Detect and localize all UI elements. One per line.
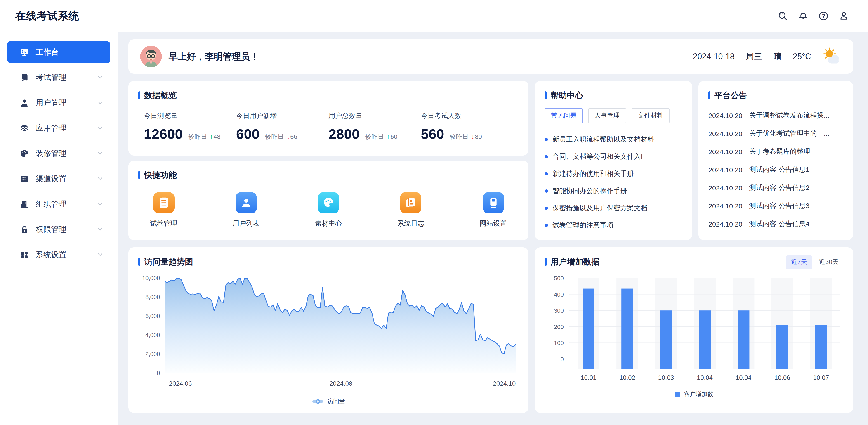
quick-item-3[interactable]: 系统日志 <box>397 192 425 228</box>
sidebar-item-8[interactable]: 系统设置 <box>7 244 110 266</box>
sidebar-item-4[interactable]: 装修管理 <box>7 143 110 164</box>
section-title: 帮助中心 <box>545 90 682 101</box>
avatar <box>140 45 162 67</box>
svg-text:400: 400 <box>554 291 564 298</box>
svg-text:500: 500 <box>554 275 564 282</box>
line-series-marker-icon <box>312 399 324 404</box>
notice-item-2[interactable]: 2024.10.20关于考卷题库的整理 <box>708 143 843 160</box>
help-tab-1[interactable]: 人事管理 <box>588 108 626 123</box>
sidebar-item-6[interactable]: 组织管理 <box>7 193 110 215</box>
chevron-down-icon <box>97 100 103 106</box>
notice-item-1[interactable]: 2024.10.20关于优化考试管理中的一... <box>708 124 843 143</box>
help-item-0[interactable]: 新员工入职流程帮助以及文档材料 <box>545 131 682 148</box>
quick-item-1[interactable]: 用户列表 <box>232 192 260 228</box>
range-toggle: 近7天近30天 <box>785 255 844 269</box>
user-growth-card: 用户增加数据 近7天近30天 010020030040050010.0110.0… <box>535 247 853 413</box>
section-title: 快捷功能 <box>138 170 519 180</box>
decor-icon <box>20 149 29 158</box>
svg-text:10,000: 10,000 <box>142 275 160 281</box>
channel-icon <box>20 174 29 183</box>
section-title: 数据概览 <box>138 90 519 101</box>
quick-item-0[interactable]: 试卷管理 <box>150 192 177 228</box>
arrow-up-icon: ↑ <box>210 133 213 140</box>
date-weather: 2024-10-18 周三 晴 25°C <box>693 47 841 66</box>
quick-item-2[interactable]: 素材中心 <box>315 192 342 228</box>
sidebar-item-1[interactable]: 考试管理 <box>7 66 110 89</box>
svg-text:10.01: 10.01 <box>581 374 596 381</box>
help-item-1[interactable]: 合同、文档等公司相关文件入口 <box>545 148 682 165</box>
app-title: 在线考试系统 <box>16 9 79 23</box>
quick-row: 试卷管理用户列表素材中心系统日志网站设置 <box>138 192 519 228</box>
notice-list: 2024.10.20关于调整试卷发布流程操...2024.10.20关于优化考试… <box>708 106 843 233</box>
accent-bar <box>138 171 140 179</box>
stat-2: 用户总数量2800较昨日↑60 <box>329 112 421 143</box>
arrow-up-icon: ↑ <box>387 133 390 140</box>
sidebar-menu: 工作台考试管理用户管理应用管理装修管理渠道设置组织管理权限管理系统设置 <box>7 41 110 266</box>
growth-legend: 客户增加数 <box>545 390 843 398</box>
bullet-icon <box>545 138 548 141</box>
notice-card: 平台公告 2024.10.20关于调整试卷发布流程操...2024.10.20关… <box>699 81 853 240</box>
settings-icon <box>20 250 29 259</box>
sidebar-item-2[interactable]: 用户管理 <box>7 92 110 114</box>
help-tab-2[interactable]: 文件材料 <box>631 108 670 123</box>
greeting-text: 早上好，李明管理员！ <box>168 51 259 63</box>
help-item-4[interactable]: 保密措施以及用户保密方案文档 <box>545 200 682 217</box>
sidebar-item-5[interactable]: 渠道设置 <box>7 168 110 190</box>
help-item-5[interactable]: 试卷管理的注意事项 <box>545 217 682 234</box>
svg-text:6,000: 6,000 <box>145 313 160 320</box>
help-center-card: 帮助中心 常见问题人事管理文件材料 新员工入职流程帮助以及文档材料合同、文档等公… <box>535 81 692 240</box>
exam-admin-dashboard: 在线考试系统 ? 工作台考试管理用户管理应用管理装修管理渠道设置组织管理权限管理… <box>0 0 868 425</box>
chevron-down-icon <box>97 252 103 258</box>
notice-item-3[interactable]: 2024.10.20测试内容-公告信息1 <box>708 160 843 179</box>
svg-text:2024.06: 2024.06 <box>169 380 192 387</box>
site-settings-icon <box>483 192 504 213</box>
accent-bar <box>708 91 710 99</box>
chevron-down-icon <box>97 176 103 182</box>
svg-text:300: 300 <box>554 307 564 314</box>
user-icon <box>20 98 29 108</box>
notice-item-4[interactable]: 2024.10.20测试内容-公告信息2 <box>708 179 843 197</box>
svg-text:2024.08: 2024.08 <box>329 380 352 387</box>
exam-paper-icon <box>153 192 174 213</box>
stat-value: 600 <box>236 126 259 143</box>
quick-item-4[interactable]: 网站设置 <box>480 192 507 228</box>
dashboard-icon <box>20 48 29 57</box>
notice-item-5[interactable]: 2024.10.20测试内容-公告信息3 <box>708 197 843 215</box>
range-tab-1[interactable]: 近30天 <box>813 255 844 269</box>
help-circle-icon[interactable]: ? <box>818 11 829 21</box>
help-tab-0[interactable]: 常见问题 <box>545 108 583 123</box>
sidebar: 工作台考试管理用户管理应用管理装修管理渠道设置组织管理权限管理系统设置 <box>0 32 118 425</box>
help-tabs: 常见问题人事管理文件材料 <box>545 108 682 123</box>
svg-text:10.02: 10.02 <box>619 374 635 381</box>
help-item-3[interactable]: 智能协同办公的操作手册 <box>545 182 682 200</box>
org-icon <box>20 200 29 209</box>
help-item-2[interactable]: 新建待办的使用和相关手册 <box>545 165 682 182</box>
stat-value: 2800 <box>329 126 360 143</box>
stat-0: 今日浏览量12600较昨日↑48 <box>144 112 236 143</box>
svg-text:0: 0 <box>157 370 160 376</box>
greeting-card: 早上好，李明管理员！ 2024-10-18 周三 晴 25°C <box>128 39 853 74</box>
accent-bar <box>138 258 140 266</box>
help-list: 新员工入职流程帮助以及文档材料合同、文档等公司相关文件入口新建待办的使用和相关手… <box>545 131 682 234</box>
svg-text:2,000: 2,000 <box>145 351 160 357</box>
bell-icon[interactable] <box>798 11 808 21</box>
data-overview-card: 数据概览 今日浏览量12600较昨日↑48今日用户新增600较昨日↓66用户总数… <box>128 81 528 155</box>
bar-series-marker-icon <box>675 391 680 397</box>
notice-item-6[interactable]: 2024.10.20测试内容-公告信息4 <box>708 215 843 233</box>
stat-3: 今日考试人数560较昨日↓80 <box>421 112 513 143</box>
svg-text:2024.10: 2024.10 <box>493 380 516 387</box>
stats-row: 今日浏览量12600较昨日↑48今日用户新增600较昨日↓66用户总数量2800… <box>138 112 519 143</box>
svg-text:10.04: 10.04 <box>697 374 713 381</box>
chevron-down-icon <box>97 151 103 156</box>
sidebar-item-7[interactable]: 权限管理 <box>7 218 110 241</box>
svg-text:4,000: 4,000 <box>145 332 160 338</box>
notice-item-0[interactable]: 2024.10.20关于调整试卷发布流程操... <box>708 106 843 124</box>
profile-icon[interactable] <box>839 11 849 21</box>
accent-bar <box>545 91 547 99</box>
sidebar-item-0[interactable]: 工作台 <box>7 41 110 63</box>
search-icon[interactable] <box>778 11 788 21</box>
sidebar-item-3[interactable]: 应用管理 <box>7 117 110 139</box>
user-list-icon <box>236 192 257 213</box>
svg-text:10.07: 10.07 <box>813 374 829 381</box>
range-tab-0[interactable]: 近7天 <box>785 255 813 269</box>
